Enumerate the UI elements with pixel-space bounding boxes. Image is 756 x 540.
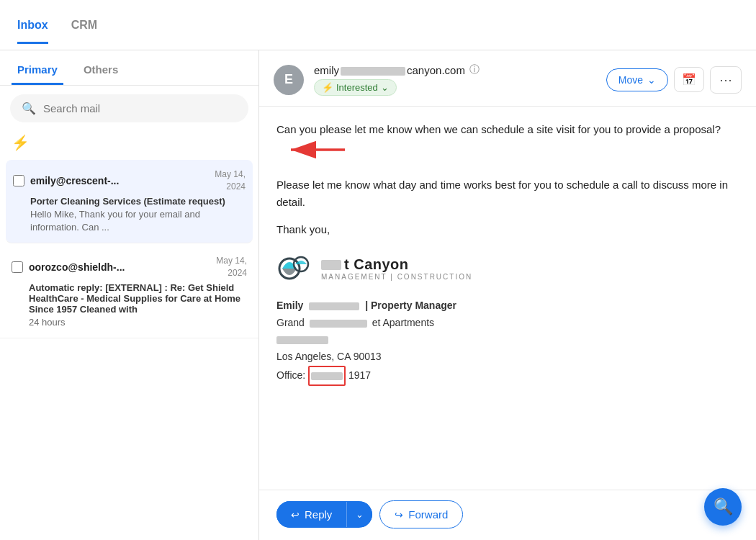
main-layout: Primary Others 🔍 ⚡ emily@crescent-... Ma…	[0, 50, 756, 540]
search-icon: 🔍	[22, 102, 36, 115]
tab-inbox[interactable]: Inbox	[17, 19, 48, 44]
email-from-address: emilycanyon.com	[314, 64, 465, 76]
sig-apt-prefix: Grand	[276, 317, 305, 328]
search-fab-button[interactable]: 🔍	[704, 488, 742, 526]
sig-name-title: Emily | Property Manager	[276, 297, 739, 315]
forward-icon: ↪	[395, 509, 403, 521]
search-fab-icon: 🔍	[714, 498, 733, 516]
forward-button[interactable]: ↪ Forward	[379, 500, 463, 528]
forward-label: Forward	[408, 508, 448, 521]
search-bar[interactable]: 🔍	[10, 94, 248, 122]
email-body: Can you please let me know when we can s…	[259, 107, 756, 490]
email-checkbox-2[interactable]	[12, 261, 23, 273]
interest-badge[interactable]: ⚡ Interested ⌄	[314, 79, 397, 96]
email-preview-1: Hello Mike, Thank you for your email and…	[30, 208, 246, 234]
email-body-paragraph1: Can you please let me know when we can s…	[276, 121, 739, 166]
email-item-2-header: oorozco@shieldh-... May 14, 2024	[12, 255, 247, 279]
more-options-button[interactable]: ⋯	[710, 66, 742, 94]
email-sender-2: oorozco@shieldh-...	[29, 261, 210, 273]
signature-logo: t Canyon MANAGEMENT | CONSTRUCTION	[276, 250, 739, 287]
email-item-1[interactable]: emily@crescent-... May 14, 2024 Porter C…	[6, 160, 253, 243]
email-footer: ↩ Reply ⌄ ↪ Forward	[259, 490, 756, 540]
signature-details: Emily | Property Manager Grand et Apartm…	[276, 297, 739, 386]
move-label: Move	[618, 74, 643, 86]
email-actions: Move ⌄ 📅 ⋯	[606, 66, 742, 94]
top-navigation: Inbox CRM	[0, 0, 756, 50]
lightning-icon: ⚡	[12, 134, 30, 151]
sig-office: Office: 1917	[276, 366, 739, 386]
sig-title: |	[365, 300, 371, 311]
email-header: E emilycanyon.com ⓘ ⚡ Interested ⌄ Move	[259, 50, 756, 107]
sig-office-label: Office:	[276, 369, 305, 381]
info-icon: ⓘ	[469, 63, 480, 76]
chevron-down-icon: ⌄	[381, 82, 389, 93]
tab-others[interactable]: Others	[78, 59, 124, 85]
sig-apt: Grand et Apartments	[276, 315, 739, 332]
email-preview-2: 24 hours	[29, 316, 247, 329]
sig-title-text: Property Manager	[371, 300, 456, 311]
email-checkbox-1[interactable]	[13, 175, 24, 186]
email-body-paragraph2: Please let me know what day and time wor…	[276, 176, 739, 211]
calendar-button[interactable]: 📅	[674, 67, 704, 92]
lightning-badge: ⚡	[0, 131, 258, 157]
sig-city: Los Angeles, CA 90013	[276, 348, 739, 366]
email-item-1-header: emily@crescent-... May 14, 2024	[13, 168, 246, 193]
company-logo-text: t Canyon MANAGEMENT | CONSTRUCTION	[321, 256, 472, 281]
email-from-row: emilycanyon.com ⓘ	[314, 63, 596, 76]
tab-primary[interactable]: Primary	[12, 59, 63, 85]
reply-group: ↩ Reply ⌄	[276, 501, 372, 528]
reply-button[interactable]: ↩ Reply	[276, 501, 346, 528]
email-from-info: emilycanyon.com ⓘ ⚡ Interested ⌄	[314, 63, 596, 96]
company-logo-icon	[276, 250, 314, 287]
email-list: emily@crescent-... May 14, 2024 Porter C…	[0, 157, 258, 540]
arrow-annotation	[284, 138, 348, 166]
reply-dropdown-button[interactable]: ⌄	[346, 502, 372, 527]
search-input[interactable]	[43, 102, 237, 114]
email-subject-1: Porter Cleaning Services (Estimate reque…	[30, 196, 246, 207]
sig-office-number: 1917	[348, 369, 371, 381]
office-number-highlight	[308, 366, 346, 386]
email-subject-2: Automatic reply: [EXTERNAL] : Re: Get Sh…	[29, 282, 247, 315]
email-body-paragraph3: Thank you,	[276, 221, 739, 238]
email-sender-1: emily@crescent-...	[30, 175, 209, 186]
email-pane: E emilycanyon.com ⓘ ⚡ Interested ⌄ Move	[259, 50, 756, 540]
move-button[interactable]: Move ⌄	[606, 68, 668, 91]
email-item-2[interactable]: oorozco@shieldh-... May 14, 2024 Automat…	[0, 246, 258, 338]
chevron-down-icon: ⌄	[647, 74, 656, 86]
company-name: t Canyon	[344, 256, 409, 273]
company-tagline: MANAGEMENT | CONSTRUCTION	[321, 273, 472, 281]
bolt-icon: ⚡	[322, 82, 333, 93]
interest-label: Interested	[336, 82, 378, 93]
reply-label: Reply	[305, 508, 332, 521]
chevron-down-icon: ⌄	[356, 509, 364, 520]
sidebar-tabs: Primary Others	[0, 50, 258, 86]
sig-name: Emily	[276, 300, 303, 311]
avatar: E	[274, 65, 304, 95]
email-sidebar: Primary Others 🔍 ⚡ emily@crescent-... Ma…	[0, 50, 259, 540]
email-date-2: May 14, 2024	[216, 255, 247, 279]
reply-icon: ↩	[291, 509, 300, 521]
email-date-1: May 14, 2024	[215, 168, 246, 193]
tab-crm[interactable]: CRM	[71, 19, 97, 44]
sig-redacted-line	[276, 332, 739, 349]
